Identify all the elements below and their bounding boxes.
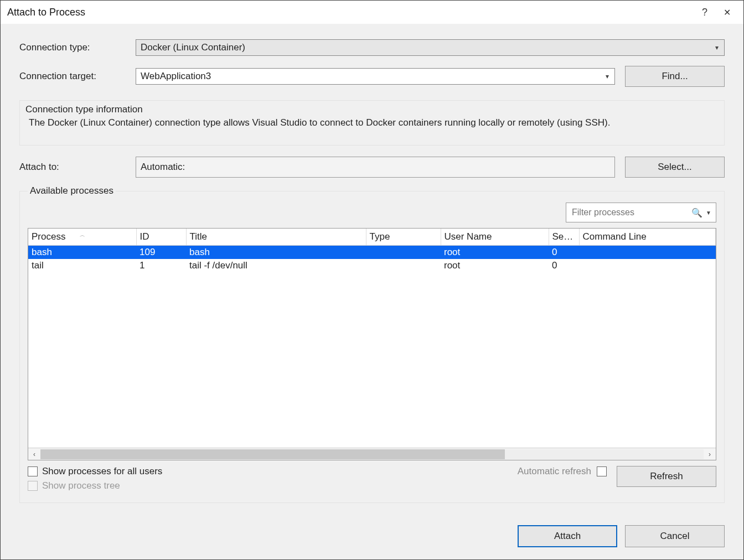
cell-user: root	[441, 246, 549, 260]
scroll-left-icon[interactable]: ‹	[28, 450, 40, 458]
dialog-title: Attach to Process	[7, 7, 694, 18]
sort-asc-icon: ︿	[80, 232, 85, 238]
cell-process: bash	[28, 246, 136, 260]
horizontal-scrollbar[interactable]: ‹ ›	[28, 448, 716, 460]
column-header-process[interactable]: Process︿	[28, 229, 136, 246]
connection-type-value: Docker (Linux Container)	[141, 42, 245, 53]
show-all-users-label: Show processes for all users	[42, 466, 162, 477]
filter-processes-input[interactable]	[571, 207, 691, 218]
cell-type	[366, 259, 441, 272]
cell-id: 1	[136, 259, 186, 272]
cell-sess: 0	[549, 259, 579, 272]
connection-target-label: Connection target:	[19, 71, 136, 82]
cell-cmd	[579, 259, 716, 272]
automatic-refresh-label: Automatic refresh	[518, 466, 591, 477]
show-process-tree-checkbox	[28, 481, 38, 491]
column-header-command[interactable]: Command Line	[579, 229, 716, 246]
connection-target-dropdown[interactable]: WebApplication3 ▾	[136, 68, 615, 85]
cell-title: bash	[186, 246, 366, 260]
help-button[interactable]: ?	[694, 7, 716, 18]
filter-processes-box[interactable]: 🔍 ▼	[566, 203, 716, 222]
column-header-session[interactable]: Sess...	[549, 229, 579, 246]
connection-type-info-group: Connection type information The Docker (…	[19, 100, 725, 146]
select-button[interactable]: Select...	[625, 157, 725, 178]
filter-dropdown-icon[interactable]: ▼	[706, 210, 711, 216]
attach-to-process-dialog: Attach to Process ? ✕ Connection type: D…	[0, 0, 744, 560]
cell-sess: 0	[549, 246, 579, 260]
search-icon[interactable]: 🔍	[691, 208, 702, 218]
automatic-refresh-row[interactable]: Automatic refresh	[518, 466, 607, 477]
column-header-id[interactable]: ID	[136, 229, 186, 246]
column-header-user[interactable]: User Name	[441, 229, 549, 246]
show-all-users-checkbox-row[interactable]: Show processes for all users	[28, 466, 518, 477]
connection-type-info-text: The Docker (Linux Container) connection …	[25, 117, 719, 128]
table-header-row[interactable]: Process︿ ID Title Type User Name Sess...…	[28, 229, 716, 246]
connection-target-value: WebApplication3	[141, 71, 211, 82]
cell-type	[366, 246, 441, 260]
cell-id: 109	[136, 246, 186, 260]
show-process-tree-label: Show process tree	[42, 480, 120, 491]
chevron-down-icon: ▾	[715, 44, 719, 51]
attach-button[interactable]: Attach	[518, 525, 617, 547]
attach-to-label: Attach to:	[19, 162, 136, 173]
process-table[interactable]: Process︿ ID Title Type User Name Sess...…	[28, 229, 716, 272]
available-processes-group: Available processes 🔍 ▼	[19, 191, 725, 503]
connection-type-label: Connection type:	[19, 42, 136, 53]
scroll-track[interactable]	[40, 449, 704, 459]
chevron-down-icon: ▾	[606, 72, 609, 80]
cell-process: tail	[28, 259, 136, 272]
scroll-thumb[interactable]	[40, 449, 505, 459]
table-row[interactable]: bash109bashroot0	[28, 246, 716, 260]
scroll-right-icon[interactable]: ›	[704, 450, 716, 458]
table-row[interactable]: tail1tail -f /dev/nullroot0	[28, 259, 716, 272]
dialog-body: Connection type: Docker (Linux Container…	[1, 24, 743, 513]
automatic-refresh-checkbox[interactable]	[597, 466, 607, 476]
cell-user: root	[441, 259, 549, 272]
cell-cmd	[579, 246, 716, 260]
available-processes-title: Available processes	[28, 185, 116, 196]
cell-title: tail -f /dev/null	[186, 259, 366, 272]
process-table-wrap: Process︿ ID Title Type User Name Sess...…	[28, 228, 716, 460]
dialog-footer: Attach Cancel	[1, 513, 743, 559]
refresh-button[interactable]: Refresh	[617, 466, 716, 487]
titlebar: Attach to Process ? ✕	[1, 1, 743, 24]
column-header-type[interactable]: Type	[366, 229, 441, 246]
show-process-tree-checkbox-row: Show process tree	[28, 480, 518, 491]
column-header-title[interactable]: Title	[186, 229, 366, 246]
cancel-button[interactable]: Cancel	[625, 525, 725, 547]
close-button[interactable]: ✕	[716, 7, 738, 18]
attach-to-field: Automatic:	[136, 157, 615, 178]
show-all-users-checkbox[interactable]	[28, 466, 38, 476]
connection-type-dropdown[interactable]: Docker (Linux Container) ▾	[136, 39, 725, 56]
find-button[interactable]: Find...	[625, 66, 725, 87]
connection-type-info-title: Connection type information	[25, 104, 719, 115]
